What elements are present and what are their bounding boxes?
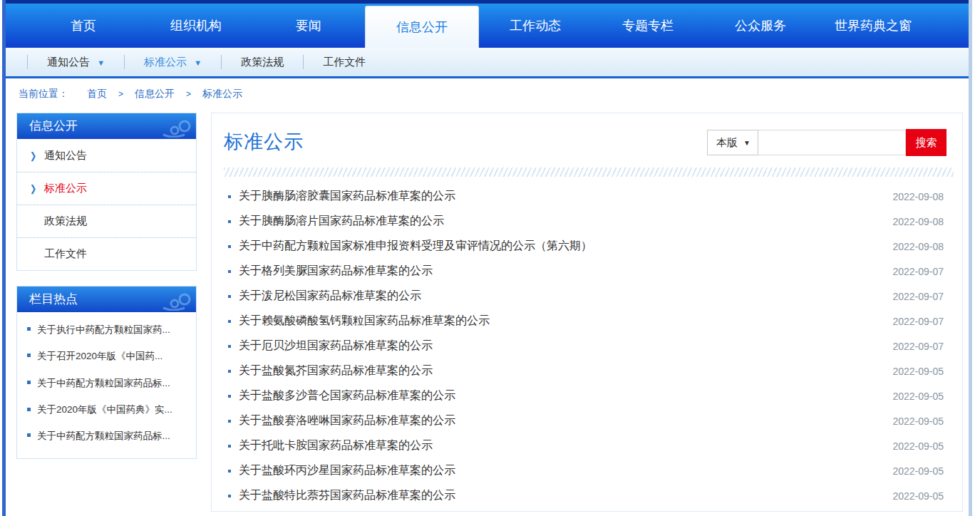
bullet-icon <box>27 381 31 384</box>
secondary-navigation: 通知公告 ▼ 标准公示 ▼ 政策法规 工作文件 <box>6 48 969 78</box>
tab-home[interactable]: 首页 <box>27 4 140 48</box>
hot-topic-text: 关于召开2020年版《中国药... <box>37 349 163 364</box>
list-item-title[interactable]: 关于中药配方颗粒国家标准申报资料受理及审评情况的公示（第六期） <box>239 239 892 254</box>
list-item[interactable]: 关于格列美脲国家药品标准草案的公示 2022-09-07 <box>224 259 954 284</box>
search-scope-value: 本版 <box>716 136 738 150</box>
arrow-right-icon: ❯ <box>30 150 37 161</box>
list-item-date: 2022-09-07 <box>892 291 944 302</box>
breadcrumb-link-info-disclosure[interactable]: 信息公开 <box>135 88 175 100</box>
page-title: 标准公示 <box>224 129 304 155</box>
list-item-date: 2022-09-05 <box>892 465 944 477</box>
hot-topic-text: 关于执行中药配方颗粒国家药... <box>37 322 170 338</box>
breadcrumb-link-home[interactable]: 首页 <box>87 88 107 100</box>
list-item-title[interactable]: 关于赖氨酸磷酸氢钙颗粒国家药品标准草案的公示 <box>239 314 892 329</box>
bullet-icon <box>228 220 231 223</box>
list-item-title[interactable]: 关于泼尼松国家药品标准草案的公示 <box>239 289 892 304</box>
list-item[interactable]: 关于盐酸环丙沙星国家药品标准草案的公示 2022-09-05 <box>224 458 954 483</box>
tab-info-disclosure[interactable]: 信息公开 <box>365 6 479 48</box>
breadcrumb-label: 当前位置： <box>19 88 68 100</box>
subnav-item-documents[interactable]: 工作文件 <box>303 55 385 69</box>
search-scope-select[interactable]: 本版 ▼ <box>707 130 758 155</box>
sidebar-menu-header: 信息公开 <box>17 113 196 139</box>
subnav-item-standards[interactable]: 标准公示 ▼ <box>124 55 221 69</box>
bullet-icon <box>228 345 231 348</box>
list-item-title[interactable]: 关于厄贝沙坦国家药品标准草案的公示 <box>239 339 892 354</box>
sidebar-item-policies[interactable]: ❯ 政策法规 <box>17 205 196 237</box>
list-item-title[interactable]: 关于盐酸多沙普仑国家药品标准草案的公示 <box>239 388 892 403</box>
list-item-date: 2022-09-08 <box>892 241 944 252</box>
bullet-icon <box>27 327 31 331</box>
bullet-icon <box>228 395 231 398</box>
list-item-date: 2022-09-05 <box>892 490 944 502</box>
list-item-title[interactable]: 关于盐酸赛洛唑啉国家药品标准草案的公示 <box>239 413 892 428</box>
list-item[interactable]: 关于厄贝沙坦国家药品标准草案的公示 2022-09-07 <box>224 334 954 358</box>
chevron-down-icon: ▼ <box>194 58 202 67</box>
cloud-decoration-icon <box>153 119 193 138</box>
list-item-title[interactable]: 关于托吡卡胺国家药品标准草案的公示 <box>239 438 892 453</box>
list-item[interactable]: 关于盐酸特比萘芬国家药品标准草案的公示 2022-09-05 <box>224 483 954 508</box>
hot-topics-box: 栏目热点 关于执行中药配方颗粒国家药... <box>16 286 197 459</box>
hot-topic-text: 关于中药配方颗粒国家药品标... <box>37 376 170 391</box>
tab-news[interactable]: 要闻 <box>252 4 365 48</box>
list-item[interactable]: 关于泼尼松国家药品标准草案的公示 2022-09-07 <box>224 284 954 309</box>
list-item-date: 2022-09-08 <box>892 216 944 227</box>
tab-organization[interactable]: 组织机构 <box>140 4 252 48</box>
sidebar-item-label: 通知公告 <box>44 149 87 162</box>
bullet-icon <box>228 270 231 273</box>
list-item[interactable]: 关于赖氨酸磷酸氢钙颗粒国家药品标准草案的公示 2022-09-07 <box>224 309 954 334</box>
hot-topic-link[interactable]: 关于中药配方颗粒国家药品标... <box>27 376 189 391</box>
list-item[interactable]: 关于胰酶肠溶胶囊国家药品标准草案的公示 2022-09-08 <box>224 184 954 209</box>
subnav-item-policies[interactable]: 政策法规 <box>221 55 303 69</box>
list-item-title[interactable]: 关于盐酸特比萘芬国家药品标准草案的公示 <box>239 488 892 503</box>
breadcrumb-separator: > <box>118 89 123 99</box>
tab-public-service[interactable]: 公众服务 <box>704 4 817 48</box>
list-item-date: 2022-09-05 <box>892 391 944 402</box>
subnav-item-label: 标准公示 <box>144 56 187 68</box>
arrow-right-icon: ❯ <box>30 183 37 195</box>
hot-topic-text: 关于中药配方颗粒国家药品标... <box>37 428 170 444</box>
sidebar-item-label: 政策法规 <box>44 215 87 228</box>
hot-topic-link[interactable]: 关于召开2020年版《中国药... <box>27 349 189 364</box>
subnav-item-label: 政策法规 <box>241 56 284 68</box>
list-item[interactable]: 关于托吡卡胺国家药品标准草案的公示 2022-09-05 <box>224 433 954 458</box>
hot-topic-link[interactable]: 关于执行中药配方颗粒国家药... <box>27 322 189 338</box>
list-item[interactable]: 关于盐酸多沙普仑国家药品标准草案的公示 2022-09-05 <box>224 383 954 408</box>
main-header: 标准公示 本版 ▼ 搜索 <box>224 129 954 156</box>
list-item-date: 2022-09-05 <box>892 416 944 427</box>
tab-work-trends[interactable]: 工作动态 <box>479 4 592 48</box>
sidebar: 信息公开 ❯ 通知公告 ❯ 标准公示 <box>16 113 197 512</box>
list-item[interactable]: 关于盐酸氮芥国家药品标准草案的公示 2022-09-05 <box>224 358 954 383</box>
sidebar-item-documents[interactable]: ❯ 工作文件 <box>17 237 196 270</box>
search-bar: 本版 ▼ 搜索 <box>707 129 947 156</box>
list-item[interactable]: 关于盐酸赛洛唑啉国家药品标准草案的公示 2022-09-05 <box>224 408 954 433</box>
search-button[interactable]: 搜索 <box>906 129 947 156</box>
hot-topic-link[interactable]: 关于中药配方颗粒国家药品标... <box>27 428 189 444</box>
sidebar-item-label: 工作文件 <box>44 247 87 261</box>
breadcrumb-link-standards[interactable]: 标准公示 <box>202 88 242 100</box>
main-panel: 标准公示 本版 ▼ 搜索 关于胰酶肠溶胶囊国家药品标准草案的公示 2022-09… <box>211 113 963 512</box>
subnav-item-notices[interactable]: 通知公告 ▼ <box>27 55 124 69</box>
list-item-title[interactable]: 关于胰酶肠溶片国家药品标准草案的公示 <box>239 214 892 229</box>
tab-special-topics[interactable]: 专题专栏 <box>592 4 704 48</box>
tab-world-pharmacopoeia[interactable]: 世界药典之窗 <box>817 4 929 48</box>
subnav-item-label: 通知公告 <box>47 56 90 68</box>
sidebar-menu-title: 信息公开 <box>29 119 78 133</box>
hot-topic-link[interactable]: 关于2020年版《中国药典》实... <box>27 402 189 418</box>
bullet-icon <box>27 354 31 357</box>
breadcrumb: 当前位置： 首页 > 信息公开 > 标准公示 <box>6 78 969 110</box>
search-input[interactable] <box>758 130 906 155</box>
list-item-title[interactable]: 关于盐酸氮芥国家药品标准草案的公示 <box>239 363 892 378</box>
list-item-title[interactable]: 关于胰酶肠溶胶囊国家药品标准草案的公示 <box>239 189 892 204</box>
list-item-date: 2022-09-07 <box>892 266 944 277</box>
list-item[interactable]: 关于中药配方颗粒国家标准申报资料受理及审评情况的公示（第六期） 2022-09-… <box>224 234 954 259</box>
sidebar-item-standards[interactable]: ❯ 标准公示 <box>17 172 196 205</box>
subnav-item-label: 工作文件 <box>323 56 366 68</box>
breadcrumb-separator: > <box>186 89 191 99</box>
list-item[interactable]: 关于胰酶肠溶片国家药品标准草案的公示 2022-09-08 <box>224 209 954 234</box>
list-item-title[interactable]: 关于盐酸环丙沙星国家药品标准草案的公示 <box>239 463 892 478</box>
list-item-title[interactable]: 关于格列美脲国家药品标准草案的公示 <box>239 264 892 279</box>
hot-topics-title: 栏目热点 <box>29 292 78 306</box>
sidebar-item-notices[interactable]: ❯ 通知公告 <box>17 139 196 172</box>
bullet-icon <box>228 420 231 423</box>
bullet-icon <box>228 195 231 198</box>
